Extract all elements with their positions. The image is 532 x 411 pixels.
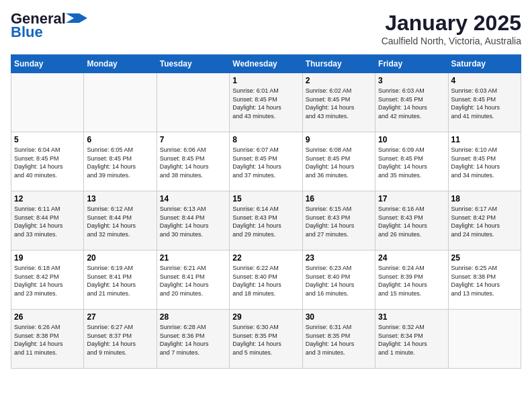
calendar-week-row: 19Sunrise: 6:18 AMSunset: 8:42 PMDayligh…	[11, 250, 521, 310]
weekday-header-tuesday: Tuesday	[157, 55, 229, 73]
day-info: Sunrise: 6:25 AMSunset: 8:38 PMDaylight:…	[451, 264, 518, 298]
day-number: 30	[306, 312, 372, 322]
day-info: Sunrise: 6:22 AMSunset: 8:40 PMDaylight:…	[232, 264, 299, 298]
calendar-cell: 27Sunrise: 6:27 AMSunset: 8:37 PMDayligh…	[84, 310, 157, 369]
day-info: Sunrise: 6:31 AMSunset: 8:35 PMDaylight:…	[306, 323, 372, 357]
day-info: Sunrise: 6:09 AMSunset: 8:45 PMDaylight:…	[378, 146, 445, 179]
day-number: 20	[87, 253, 153, 263]
day-number: 7	[160, 135, 226, 144]
calendar-cell: 7Sunrise: 6:06 AMSunset: 8:45 PMDaylight…	[157, 132, 229, 191]
calendar-cell: 30Sunrise: 6:31 AMSunset: 8:35 PMDayligh…	[302, 310, 375, 369]
day-info: Sunrise: 6:03 AMSunset: 8:45 PMDaylight:…	[378, 87, 445, 120]
calendar-cell: 1Sunrise: 6:01 AMSunset: 8:45 PMDaylight…	[230, 73, 302, 132]
day-number: 2	[306, 76, 372, 85]
calendar-table: SundayMondayTuesdayWednesdayThursdayFrid…	[11, 54, 521, 369]
calendar-cell: 12Sunrise: 6:11 AMSunset: 8:44 PMDayligh…	[11, 191, 84, 250]
title-block: January 2025 Caulfield North, Victoria, …	[382, 11, 521, 46]
day-info: Sunrise: 6:06 AMSunset: 8:45 PMDaylight:…	[160, 146, 226, 179]
calendar-week-row: 12Sunrise: 6:11 AMSunset: 8:44 PMDayligh…	[11, 191, 521, 250]
day-number: 5	[14, 135, 81, 144]
day-info: Sunrise: 6:18 AMSunset: 8:42 PMDaylight:…	[14, 264, 81, 298]
calendar-cell: 15Sunrise: 6:14 AMSunset: 8:43 PMDayligh…	[230, 191, 302, 250]
calendar-cell: 22Sunrise: 6:22 AMSunset: 8:40 PMDayligh…	[230, 250, 302, 310]
day-info: Sunrise: 6:17 AMSunset: 8:42 PMDaylight:…	[451, 205, 518, 238]
day-number: 31	[378, 312, 445, 322]
calendar-cell: 9Sunrise: 6:08 AMSunset: 8:45 PMDaylight…	[302, 132, 375, 191]
calendar-cell: 13Sunrise: 6:12 AMSunset: 8:44 PMDayligh…	[84, 191, 157, 250]
day-info: Sunrise: 6:11 AMSunset: 8:44 PMDaylight:…	[14, 205, 81, 238]
calendar-cell: 19Sunrise: 6:18 AMSunset: 8:42 PMDayligh…	[11, 250, 84, 310]
calendar-cell: 5Sunrise: 6:04 AMSunset: 8:45 PMDaylight…	[11, 132, 84, 191]
day-number: 29	[232, 312, 299, 322]
calendar-cell: 29Sunrise: 6:30 AMSunset: 8:35 PMDayligh…	[230, 310, 302, 369]
day-number: 9	[306, 135, 372, 144]
day-info: Sunrise: 6:03 AMSunset: 8:45 PMDaylight:…	[451, 87, 518, 120]
day-number: 3	[378, 76, 445, 85]
day-info: Sunrise: 6:10 AMSunset: 8:45 PMDaylight:…	[451, 146, 518, 179]
calendar-cell: 10Sunrise: 6:09 AMSunset: 8:45 PMDayligh…	[375, 132, 448, 191]
calendar-header-row: SundayMondayTuesdayWednesdayThursdayFrid…	[11, 55, 521, 73]
calendar-cell: 16Sunrise: 6:15 AMSunset: 8:43 PMDayligh…	[302, 191, 375, 250]
day-number: 24	[378, 253, 445, 263]
day-number: 1	[232, 76, 299, 85]
calendar-cell: 2Sunrise: 6:02 AMSunset: 8:45 PMDaylight…	[302, 73, 375, 132]
day-info: Sunrise: 6:32 AMSunset: 8:34 PMDaylight:…	[378, 323, 445, 357]
day-info: Sunrise: 6:23 AMSunset: 8:40 PMDaylight:…	[306, 264, 372, 298]
day-info: Sunrise: 6:07 AMSunset: 8:45 PMDaylight:…	[232, 146, 299, 179]
day-info: Sunrise: 6:13 AMSunset: 8:44 PMDaylight:…	[160, 205, 226, 238]
day-number: 12	[14, 194, 81, 203]
weekday-header-thursday: Thursday	[302, 55, 375, 73]
day-number: 14	[160, 194, 226, 203]
calendar-cell: 23Sunrise: 6:23 AMSunset: 8:40 PMDayligh…	[302, 250, 375, 310]
day-info: Sunrise: 6:27 AMSunset: 8:37 PMDaylight:…	[87, 323, 153, 357]
calendar-week-row: 26Sunrise: 6:26 AMSunset: 8:38 PMDayligh…	[11, 310, 521, 369]
calendar-cell: 6Sunrise: 6:05 AMSunset: 8:45 PMDaylight…	[84, 132, 157, 191]
weekday-header-wednesday: Wednesday	[230, 55, 302, 73]
page-header: General Blue January 2025 Caulfield Nort…	[11, 11, 521, 46]
calendar-cell	[157, 73, 229, 132]
calendar-cell: 17Sunrise: 6:16 AMSunset: 8:43 PMDayligh…	[375, 191, 448, 250]
day-number: 26	[14, 312, 81, 322]
calendar-week-row: 1Sunrise: 6:01 AMSunset: 8:45 PMDaylight…	[11, 73, 521, 132]
day-info: Sunrise: 6:19 AMSunset: 8:41 PMDaylight:…	[87, 264, 153, 298]
day-info: Sunrise: 6:21 AMSunset: 8:41 PMDaylight:…	[160, 264, 226, 298]
day-number: 10	[378, 135, 445, 144]
logo-blue-text: Blue	[11, 24, 43, 40]
calendar-cell: 26Sunrise: 6:26 AMSunset: 8:38 PMDayligh…	[11, 310, 84, 369]
calendar-cell: 28Sunrise: 6:28 AMSunset: 8:36 PMDayligh…	[157, 310, 229, 369]
calendar-cell: 18Sunrise: 6:17 AMSunset: 8:42 PMDayligh…	[448, 191, 521, 250]
calendar-cell: 31Sunrise: 6:32 AMSunset: 8:34 PMDayligh…	[375, 310, 448, 369]
day-number: 23	[306, 253, 372, 263]
day-info: Sunrise: 6:04 AMSunset: 8:45 PMDaylight:…	[14, 146, 81, 179]
day-info: Sunrise: 6:12 AMSunset: 8:44 PMDaylight:…	[87, 205, 153, 238]
day-info: Sunrise: 6:15 AMSunset: 8:43 PMDaylight:…	[306, 205, 372, 238]
logo: General Blue	[11, 11, 87, 40]
day-number: 4	[451, 76, 518, 85]
logo-arrow-icon	[66, 13, 87, 23]
calendar-cell: 24Sunrise: 6:24 AMSunset: 8:39 PMDayligh…	[375, 250, 448, 310]
weekday-header-friday: Friday	[375, 55, 448, 73]
calendar-cell: 25Sunrise: 6:25 AMSunset: 8:38 PMDayligh…	[448, 250, 521, 310]
day-number: 6	[87, 135, 153, 144]
day-number: 22	[232, 253, 299, 263]
day-number: 18	[451, 194, 518, 203]
day-info: Sunrise: 6:16 AMSunset: 8:43 PMDaylight:…	[378, 205, 445, 238]
day-info: Sunrise: 6:24 AMSunset: 8:39 PMDaylight:…	[378, 264, 445, 298]
day-info: Sunrise: 6:26 AMSunset: 8:38 PMDaylight:…	[14, 323, 81, 357]
calendar-cell: 3Sunrise: 6:03 AMSunset: 8:45 PMDaylight…	[375, 73, 448, 132]
day-info: Sunrise: 6:05 AMSunset: 8:45 PMDaylight:…	[87, 146, 153, 179]
day-info: Sunrise: 6:30 AMSunset: 8:35 PMDaylight:…	[232, 323, 299, 357]
weekday-header-sunday: Sunday	[11, 55, 84, 73]
day-info: Sunrise: 6:08 AMSunset: 8:45 PMDaylight:…	[306, 146, 372, 179]
location-text: Caulfield North, Victoria, Australia	[382, 36, 521, 46]
calendar-cell	[11, 73, 84, 132]
calendar-body: 1Sunrise: 6:01 AMSunset: 8:45 PMDaylight…	[11, 73, 521, 369]
calendar-week-row: 5Sunrise: 6:04 AMSunset: 8:45 PMDaylight…	[11, 132, 521, 191]
day-number: 27	[87, 312, 153, 322]
weekday-header-saturday: Saturday	[448, 55, 521, 73]
day-number: 8	[232, 135, 299, 144]
day-number: 25	[451, 253, 518, 263]
day-number: 21	[160, 253, 226, 263]
weekday-header-monday: Monday	[84, 55, 157, 73]
day-number: 28	[160, 312, 226, 322]
